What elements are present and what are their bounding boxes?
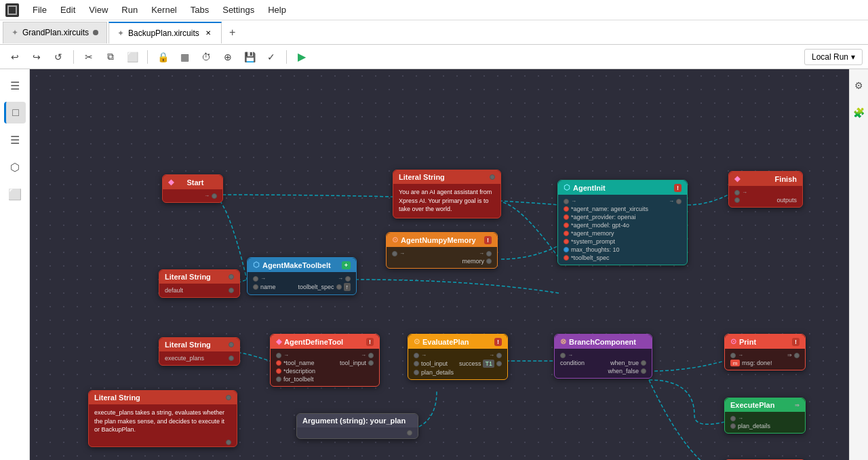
node-agent-memory-body: → → memory	[387, 247, 497, 268]
node-agent-toolbelt-body: → → name toolbelt_spec ↑	[248, 272, 356, 294]
literal-4-out-dot[interactable]	[229, 342, 234, 347]
tab-backupplan[interactable]: ✦ BackupPlan.xircuits ✕	[108, 22, 222, 43]
define-out-dot[interactable]	[368, 353, 374, 358]
table-button[interactable]: ▦	[175, 47, 194, 66]
evaluate-toolinput-dot[interactable]	[414, 361, 419, 366]
tab-grandplan-modified	[93, 30, 98, 35]
menu-settings[interactable]: Settings	[217, 3, 260, 16]
agent-memory-dot[interactable]	[564, 231, 569, 236]
sidebar-cube-icon[interactable]: ⬡	[4, 156, 26, 178]
literal-2-default-dot[interactable]	[229, 288, 234, 293]
sidebar-right-extensions-icon[interactable]: 🧩	[848, 102, 869, 123]
tab-grandplan[interactable]: ✦ GrandPlan.xircuits	[3, 22, 107, 43]
toolbelt-in-dot[interactable]	[253, 276, 258, 282]
run-mode-select[interactable]: Local Run ▾	[804, 49, 863, 65]
node-literal-string-2[interactable]: Literal String default	[159, 269, 240, 298]
tab-close-button[interactable]: ✕	[203, 28, 213, 38]
sidebar-home-icon[interactable]: □	[4, 102, 26, 123]
sidebar-right-settings-icon[interactable]: ⚙	[848, 75, 869, 96]
memory-port-dot[interactable]	[486, 258, 492, 264]
lock-button[interactable]: 🔒	[153, 47, 172, 66]
define-in-dot[interactable]	[276, 353, 281, 358]
menu-view[interactable]: View	[83, 3, 113, 16]
refresh-button[interactable]: ↺	[49, 47, 68, 66]
node-literal-string-1[interactable]: Literal String You are an AI agent assis…	[393, 170, 501, 218]
menu-kernel[interactable]: Kernel	[146, 3, 182, 16]
evaluate-success-dot[interactable]	[496, 361, 502, 366]
menu-help[interactable]: Help	[262, 3, 292, 16]
memory-out-dot[interactable]	[486, 251, 492, 256]
define-toolname-dot[interactable]	[276, 360, 281, 366]
canvas[interactable]: ◆ Start → ◆ Finish	[30, 69, 849, 460]
sidebar-files-icon[interactable]: ☰	[4, 75, 26, 96]
start-output-dot[interactable]	[212, 193, 217, 199]
node-print[interactable]: ⊙ Print ! → ⇒ m	[724, 334, 806, 370]
agent-name-dot[interactable]	[564, 206, 569, 212]
literal-2-out-dot[interactable]	[229, 274, 234, 280]
timer-button[interactable]: ⏱	[197, 47, 216, 66]
redo-button[interactable]: ↪	[27, 47, 46, 66]
literal-3-bottom-dot[interactable]	[226, 440, 231, 445]
toolbelt-name-dot[interactable]	[253, 284, 258, 290]
branch-in-dot[interactable]	[560, 353, 566, 358]
branch-whentrue-dot[interactable]	[641, 360, 646, 366]
finish-input-dot[interactable]	[734, 190, 740, 195]
cut-button[interactable]: ✂	[79, 47, 98, 66]
node-agent-init[interactable]: ⬡ AgentInit ! → →	[557, 180, 688, 265]
print-out-dot[interactable]	[794, 353, 800, 358]
menu-file[interactable]: File	[27, 3, 52, 16]
sidebar-explorer-icon[interactable]: ☰	[4, 129, 26, 151]
evaluate-plandetails-dot[interactable]	[414, 370, 419, 375]
node-start[interactable]: ◆ Start →	[162, 174, 223, 203]
node-literal-string-4[interactable]: Literal String execute_plans	[159, 337, 240, 366]
agent-init-in-dot[interactable]	[564, 199, 569, 204]
node-branch-component[interactable]: ⊗ BranchComponent → condition when_true	[554, 334, 652, 379]
literal-1-output-dot[interactable]	[490, 174, 495, 180]
finish-outputs-dot[interactable]	[734, 197, 740, 203]
literal-3-out-dot[interactable]	[226, 395, 231, 400]
menu-edit[interactable]: Edit	[55, 3, 81, 16]
node-evaluate-header: ⊙ EvaluatePlan !	[408, 334, 507, 349]
define-fortoolbelt-dot[interactable]	[276, 377, 281, 382]
agent-init-out-dot[interactable]	[676, 199, 682, 204]
agent-model-dot[interactable]	[564, 223, 569, 228]
main-area: ☰ □ ☰ ⬡ ⬜	[0, 69, 868, 460]
toolbelt-spec-dot[interactable]	[336, 284, 342, 290]
node-argument[interactable]: Argument (string): your_plan	[296, 413, 418, 439]
agent-system-dot[interactable]	[564, 239, 569, 244]
run-button[interactable]: ▶	[292, 47, 311, 66]
paste-button[interactable]: ⬜	[123, 47, 142, 66]
copy-button[interactable]: ⧉	[101, 47, 120, 66]
node-agent-toolbelt[interactable]: ⬡ AgentMakeToolbelt + → →	[247, 257, 357, 295]
execute-plandetails-dot[interactable]	[730, 423, 736, 429]
validate-button[interactable]: ✓	[262, 47, 281, 66]
node-agent-memory[interactable]: ⊙ AgentNumpyMemory ! → →	[386, 232, 498, 269]
agent-provider-dot[interactable]	[564, 214, 569, 220]
agent-maxthoughts-dot[interactable]	[564, 247, 569, 252]
undo-button[interactable]: ↩	[5, 47, 24, 66]
argument-out-dot[interactable]	[407, 430, 412, 436]
evaluate-in-dot[interactable]	[414, 353, 419, 358]
literal-4-value-dot[interactable]	[229, 356, 234, 361]
toolbelt-out-dot[interactable]	[345, 276, 351, 282]
node-evaluate-plan[interactable]: ⊙ EvaluatePlan ! → →	[408, 334, 508, 380]
node-agent-define-tool[interactable]: ◆ AgentDefineTool ! → →	[270, 334, 380, 387]
menu-run[interactable]: Run	[116, 3, 143, 16]
print-in-dot[interactable]	[730, 353, 736, 358]
node-literal-string-3[interactable]: Literal String execute_plans takes a str…	[88, 390, 237, 447]
memory-in-dot[interactable]	[392, 251, 397, 256]
define-desc-dot[interactable]	[276, 368, 281, 374]
sidebar-puzzle-icon[interactable]: ⬜	[4, 183, 26, 205]
evaluate-out-dot[interactable]	[496, 353, 502, 358]
node-execute-plan[interactable]: ExecutePlan ⇒ → plan_details	[724, 398, 806, 434]
menu-tabs[interactable]: Tabs	[185, 3, 214, 16]
save-button[interactable]: 💾	[240, 47, 259, 66]
agent-toolbelt-dot[interactable]	[564, 255, 569, 261]
new-tab-button[interactable]: +	[223, 23, 242, 42]
node-literal-1-label: Literal String	[399, 173, 445, 181]
node-finish[interactable]: ◆ Finish → outputs	[728, 171, 803, 208]
link-button[interactable]: ⊕	[218, 47, 237, 66]
execute-in-dot[interactable]	[730, 416, 736, 421]
define-toolinput-dot[interactable]	[368, 360, 374, 366]
branch-whenfalse-dot[interactable]	[641, 368, 646, 374]
